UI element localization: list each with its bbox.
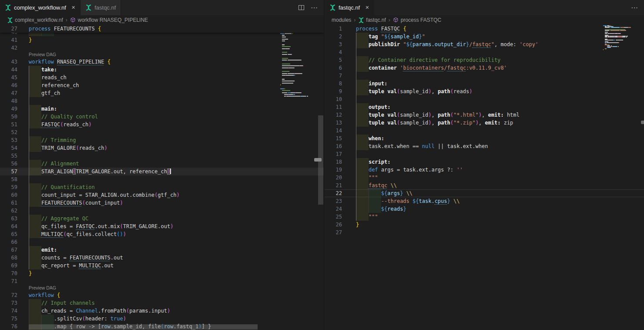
code-line-55[interactable]: 55 (0, 152, 324, 160)
window-edge-handle[interactable] (641, 121, 644, 124)
line-number[interactable]: 66 (0, 238, 17, 246)
line-number[interactable]: 69 (0, 262, 17, 269)
line-number[interactable]: 25 (325, 213, 342, 221)
code-line-44[interactable]: 44 take: (0, 66, 324, 74)
code-line-40[interactable]: 40 """ (0, 33, 324, 36)
line-number[interactable]: 58 (0, 175, 17, 183)
line-number[interactable]: 21 (325, 182, 342, 189)
breadcrumb-item[interactable]: fastqc.nf (358, 17, 386, 23)
line-number[interactable]: 70 (0, 269, 17, 277)
line-number[interactable]: 2 (325, 33, 342, 40)
breadcrumb-item[interactable]: process FASTQC (393, 17, 441, 23)
line-number[interactable]: 11 (325, 103, 342, 111)
code-line-22[interactable]: 22 ${args} \\ (325, 189, 644, 197)
codelens-preview-dag[interactable]: Preview DAG (0, 285, 324, 291)
line-number[interactable]: 71 (0, 277, 17, 285)
line-number[interactable]: 40 (0, 33, 17, 36)
code-line-50[interactable]: 50 // Quality control (0, 113, 324, 121)
line-number[interactable]: 14 (325, 127, 342, 135)
tab-fastqc-nf[interactable]: fastqc.nf✕ (325, 0, 374, 15)
code-line-17[interactable]: 17 (325, 150, 644, 158)
code-line-6[interactable]: 6 container 'biocontainers/fastqc:v0.11.… (325, 64, 644, 72)
code-line-58[interactable]: 58 (0, 175, 324, 183)
line-number[interactable]: 59 (0, 183, 17, 191)
codelens-preview-dag[interactable]: Preview DAG (0, 52, 324, 58)
line-number[interactable]: 45 (0, 74, 17, 81)
horizontal-scrollbar[interactable] (29, 324, 258, 330)
line-number[interactable]: 76 (0, 323, 17, 330)
line-number[interactable]: 44 (0, 66, 17, 74)
line-number[interactable]: 22 (325, 189, 342, 197)
code-line-15[interactable]: 15 when: (325, 135, 644, 142)
code-line-48[interactable]: 48 (0, 97, 324, 105)
code-line-7[interactable]: 7 (325, 72, 644, 80)
code-line-14[interactable]: 14 (325, 127, 644, 135)
line-number[interactable]: 18 (325, 158, 342, 166)
line-number[interactable]: 42 (0, 44, 17, 52)
line-number[interactable]: 72 (0, 291, 17, 299)
line-number[interactable]: 12 (325, 111, 342, 119)
code-line-71[interactable]: 71 (0, 277, 324, 285)
code-line-1[interactable]: 1process FASTQC { (325, 25, 644, 33)
code-line-42[interactable]: 42 (0, 44, 324, 52)
code-line-46[interactable]: 46 reference_ch (0, 81, 324, 89)
code-line-69[interactable]: 69 qc_report = MULTIQC.out (0, 262, 324, 269)
code-line-13[interactable]: 13 tuple val(sample_id), path("*.zip"), … (325, 119, 644, 127)
line-number[interactable]: 49 (0, 105, 17, 113)
code-line-43[interactable]: 43workflow RNASEQ_PIPELINE { (0, 58, 324, 66)
line-number[interactable]: 3 (325, 40, 342, 48)
line-number[interactable]: 46 (0, 81, 17, 89)
minimap[interactable] (280, 25, 317, 98)
code-line-59[interactable]: 59 // Quantification (0, 183, 324, 191)
code-line-8[interactable]: 8 input: (325, 80, 644, 88)
line-number[interactable]: 50 (0, 113, 17, 121)
more-actions-icon[interactable]: ⋯ (311, 4, 318, 11)
line-number[interactable]: 55 (0, 152, 17, 160)
line-number[interactable]: 13 (325, 119, 342, 127)
line-number[interactable]: 4 (325, 48, 342, 56)
line-number[interactable]: 52 (0, 128, 17, 136)
line-number[interactable]: 60 (0, 191, 17, 199)
code-line-74[interactable]: 74 ch_reads = Channel.fromPath(params.in… (0, 307, 324, 315)
line-number[interactable]: 73 (0, 299, 17, 307)
code-line-25[interactable]: 25 """ (325, 213, 644, 221)
close-tab-icon[interactable]: ✕ (71, 5, 75, 10)
code-line-2[interactable]: 2 tag "${sample_id}" (325, 33, 644, 40)
code-line-27[interactable]: 27process FEATURECOUNTS { (0, 25, 324, 33)
code-line-9[interactable]: 9 tuple val(sample_id), path(reads) (325, 88, 644, 95)
code-editor-left[interactable]: 40 """41}42Preview DAG43workflow RNASEQ_… (0, 25, 324, 330)
code-line-23[interactable]: 23 --threads ${task.cpus} \\ (325, 197, 644, 205)
code-line-64[interactable]: 64 qc_files = FASTQC.out.mix(TRIM_GALORE… (0, 222, 324, 230)
code-line-24[interactable]: 24 ${reads} (325, 205, 644, 213)
code-line-18[interactable]: 18 script: (325, 158, 644, 166)
line-number[interactable]: 27 (325, 229, 342, 236)
line-number[interactable]: 47 (0, 89, 17, 97)
line-number[interactable]: 16 (325, 142, 342, 150)
breadcrumb-item[interactable]: modules (332, 17, 351, 23)
line-number[interactable]: 8 (325, 80, 342, 88)
line-number[interactable]: 26 (325, 221, 342, 229)
line-number[interactable]: 51 (0, 121, 17, 128)
code-line-26[interactable]: 26} (325, 221, 644, 229)
line-number[interactable]: 6 (325, 64, 342, 72)
code-line-49[interactable]: 49 main: (0, 105, 324, 113)
minimap[interactable] (603, 25, 630, 51)
code-line-53[interactable]: 53 // Trimming (0, 136, 324, 144)
line-number[interactable]: 1 (325, 25, 342, 33)
breadcrumb-item[interactable]: workflow RNASEQ_PIPELINE (70, 17, 148, 23)
code-line-66[interactable]: 66 (0, 238, 324, 246)
line-number[interactable]: 48 (0, 97, 17, 105)
line-number[interactable]: 61 (0, 199, 17, 207)
line-number[interactable]: 24 (325, 205, 342, 213)
code-line-65[interactable]: 65 MULTIQC(qc_files.collect()) (0, 230, 324, 238)
editor-sash-handle[interactable] (314, 158, 322, 162)
tab-fastqc-nf[interactable]: fastqc.nf (80, 0, 121, 15)
code-line-5[interactable]: 5 // Container directive for reproducibi… (325, 56, 644, 64)
code-line-68[interactable]: 68 counts = FEATURECOUNTS.out (0, 254, 324, 262)
code-line-21[interactable]: 21 fastqc \\ (325, 182, 644, 189)
line-number[interactable]: 53 (0, 136, 17, 144)
line-number[interactable]: 17 (325, 150, 342, 158)
code-line-51[interactable]: 51 FASTQC(reads_ch) (0, 121, 324, 128)
line-number[interactable]: 19 (325, 166, 342, 174)
code-line-41[interactable]: 41} (0, 36, 324, 44)
